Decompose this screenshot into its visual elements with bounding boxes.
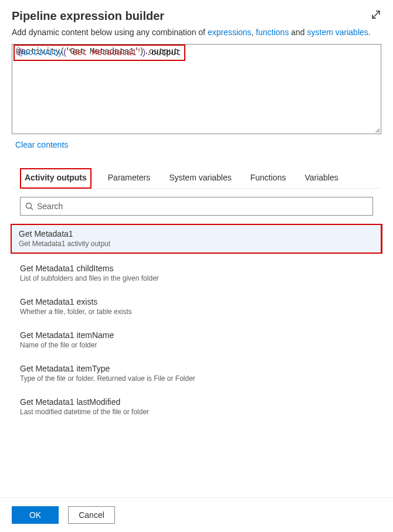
list-item-desc: Last modified datetime of the file or fo… [20,408,373,416]
resize-handle-icon[interactable] [374,127,380,132]
svg-line-0 [372,11,380,18]
bottom-bar: OK Cancel [0,497,393,532]
expression-editor[interactable] [12,45,381,134]
clear-contents-link[interactable]: Clear contents [15,140,68,149]
link-functions[interactable]: functions [256,28,289,37]
list-item-title: Get Metadata1 lastModified [20,397,373,407]
list-item-title: Get Metadata1 [19,229,374,238]
helper-prefix: Add dynamic content below using any comb… [12,28,208,37]
list-item-title: Get Metadata1 itemName [20,330,373,340]
svg-point-1 [26,203,32,209]
ok-button[interactable]: OK [12,506,59,524]
list-item[interactable]: Get Metadata1 itemTypeType of the file o… [12,360,381,387]
list-item-desc: Type of the file or folder. Returned val… [20,374,373,383]
list-item-title: Get Metadata1 childItems [20,264,373,273]
tab-functions[interactable]: Functions [248,168,289,188]
link-system-variables[interactable]: system variables [307,28,368,37]
tab-variables[interactable]: Variables [302,168,340,188]
link-expressions[interactable]: expressions [208,28,252,37]
search-container [20,197,373,216]
expand-icon[interactable] [371,9,381,20]
search-input[interactable] [37,202,368,211]
cancel-button[interactable]: Cancel [68,506,115,524]
svg-line-2 [31,208,33,210]
list-item-title: Get Metadata1 exists [20,297,373,306]
helper-text: Add dynamic content below using any comb… [12,28,381,37]
list-item-title: Get Metadata1 itemType [20,364,373,373]
page-title: Pipeline expression builder [12,9,164,23]
list-item[interactable]: Get Metadata1 existsWhether a file, fold… [12,293,381,320]
tab-activity-outputs[interactable]: Activity outputs [20,168,92,189]
list-item-desc: Name of the file or folder [20,341,373,349]
tab-system-variables[interactable]: System variables [167,168,234,188]
list-item[interactable]: Get Metadata1Get Metadata1 activity outp… [11,224,382,254]
list-item[interactable]: Get Metadata1 lastModifiedLast modified … [12,393,381,421]
tab-parameters[interactable]: Parameters [106,168,153,188]
tab-bar: Activity outputs Parameters System varia… [12,168,381,189]
list-item-desc: List of subfolders and files in the give… [20,274,373,282]
list-item[interactable]: Get Metadata1 itemNameName of the file o… [12,326,381,354]
search-icon [25,202,33,210]
list-item-desc: Whether a file, folder, or table exists [20,308,373,316]
expression-editor-container: @activity('Get Metadata1').output [12,44,381,134]
list-item[interactable]: Get Metadata1 childItemsList of subfolde… [12,260,381,287]
list-item-desc: Get Metadata1 activity output [19,240,374,248]
activity-output-list: Get Metadata1Get Metadata1 activity outp… [12,224,381,421]
